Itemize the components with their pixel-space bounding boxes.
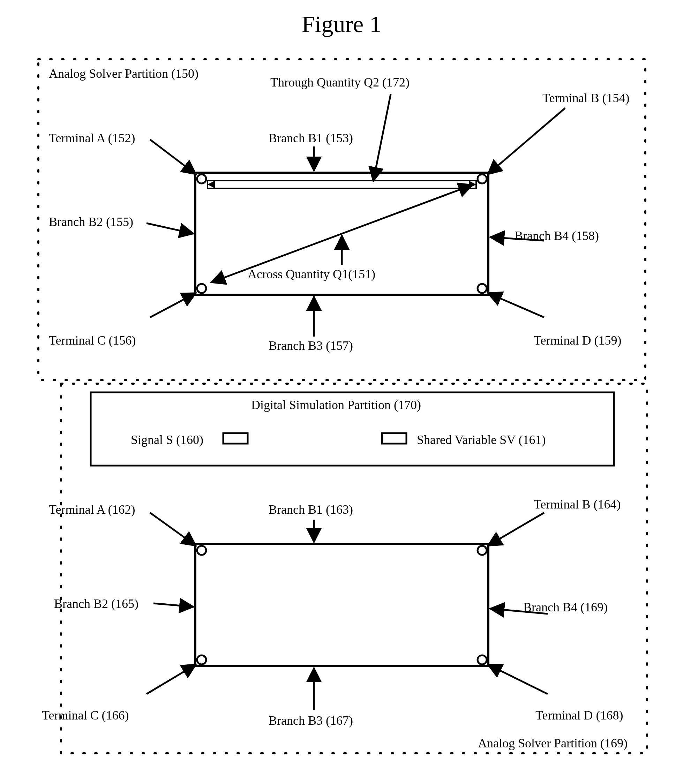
svg-line-11 [373,94,391,181]
svg-rect-20 [223,433,248,444]
bottom-block [196,544,488,666]
svg-line-30 [154,603,194,607]
through-q2-label: Through Quantity Q2 (172) [270,75,409,90]
svg-line-32 [146,664,196,694]
terminal-a-bottom-label: Terminal A (162) [49,502,135,517]
figure-page: Figure 1 [0,0,683,784]
digital-partition-title: Digital Simulation Partition (170) [251,398,421,412]
branch-b1-bottom-label: Branch B1 (163) [269,502,353,517]
svg-point-3 [478,175,487,183]
terminal-d-top-label: Terminal D (159) [534,333,621,348]
svg-point-4 [197,284,206,293]
branch-b2-bottom-label: Branch B2 (165) [54,596,138,611]
svg-point-25 [197,655,206,664]
diagram-svg [0,0,683,784]
svg-line-29 [487,513,544,546]
terminal-c-bottom-label: Terminal C (166) [42,708,129,723]
terminal-d-bottom-label: Terminal D (168) [535,708,623,723]
svg-line-9 [487,108,565,175]
svg-point-2 [197,175,206,183]
branch-b1-top-label: Branch B1 (153) [269,131,353,146]
top-partition-title: Analog Solver Partition (150) [49,66,199,81]
terminal-c-top-label: Terminal C (156) [49,333,136,348]
branch-b4-top-label: Branch B4 (158) [515,228,599,243]
svg-point-26 [478,655,487,664]
svg-point-23 [197,546,206,555]
terminal-b-bottom-label: Terminal B (164) [534,497,620,511]
svg-line-34 [487,664,548,694]
svg-point-5 [478,284,487,293]
svg-line-17 [487,293,544,317]
svg-line-8 [150,139,196,175]
terminal-a-top-label: Terminal A (152) [49,131,135,146]
branch-b3-bottom-label: Branch B3 (167) [269,713,353,728]
svg-line-13 [146,223,194,234]
svg-line-15 [150,293,196,317]
svg-line-27 [150,513,196,546]
svg-point-24 [478,546,487,555]
top-leader-arrows [146,94,565,337]
branch-b4-bottom-label: Branch B4 (169) [523,600,608,614]
svg-rect-6 [208,181,476,188]
across-q1-label: Across Quantity Q1(151) [248,267,375,281]
branch-b2-top-label: Branch B2 (155) [49,215,133,229]
svg-rect-21 [382,433,406,444]
shared-var-label: Shared Variable SV (161) [417,433,546,447]
terminal-b-top-label: Terminal B (154) [542,91,629,105]
bottom-partition-title: Analog Solver Partition (169) [478,736,627,750]
svg-rect-22 [196,544,488,666]
branch-b3-top-label: Branch B3 (157) [269,338,353,353]
signal-s-label: Signal S (160) [131,433,204,447]
